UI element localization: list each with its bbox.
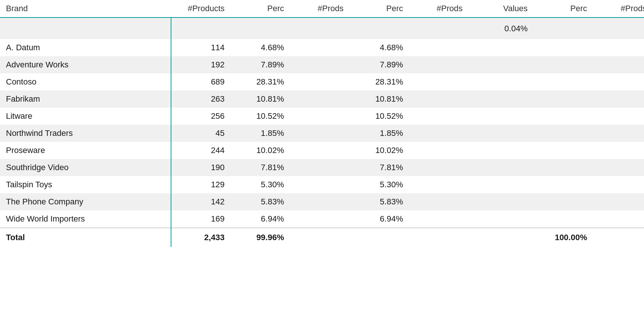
brand-cell-perc1: 6.94% bbox=[231, 210, 290, 228]
brand-cell-prods2 bbox=[290, 159, 350, 176]
blank-prods3 bbox=[409, 17, 468, 39]
brand-cell-prods4 bbox=[593, 193, 644, 210]
brand-cell-products: 45 bbox=[171, 125, 231, 142]
brand-cell-brand: Fabrikam bbox=[0, 90, 171, 108]
blank-products bbox=[171, 17, 231, 39]
brand-cell-prods2 bbox=[290, 142, 350, 159]
table-row: Southridge Video1907.81%7.81%7.81% bbox=[0, 159, 644, 176]
brand-cell-prods3 bbox=[409, 142, 468, 159]
col-prods3: #Prods bbox=[409, 0, 468, 17]
brand-cell-perc3 bbox=[534, 108, 593, 125]
table-row: Fabrikam26310.81%10.81%10.81% bbox=[0, 90, 644, 108]
brand-cell-perc2: 7.89% bbox=[350, 56, 409, 73]
table-row: Litware25610.52%10.52%10.52% bbox=[0, 108, 644, 125]
brand-cell-brand: Wide World Importers bbox=[0, 210, 171, 228]
total-perc3: 100.00% bbox=[534, 228, 593, 247]
brand-cell-perc3 bbox=[534, 142, 593, 159]
blank-values-perc: 0.04% bbox=[468, 17, 534, 39]
brand-cell-products: 190 bbox=[171, 159, 231, 176]
brand-cell-values bbox=[468, 159, 534, 176]
blank-prods2 bbox=[290, 17, 350, 39]
brand-cell-prods2 bbox=[290, 176, 350, 193]
brand-cell-perc2: 6.94% bbox=[350, 210, 409, 228]
brand-cell-values bbox=[468, 142, 534, 159]
brand-cell-prods2 bbox=[290, 90, 350, 108]
total-label: Total bbox=[0, 228, 171, 247]
data-table: Brand #Products Perc #Prods Perc #Prods … bbox=[0, 0, 644, 247]
brand-cell-prods3 bbox=[409, 108, 468, 125]
col-perc3: Perc bbox=[534, 0, 593, 17]
brand-cell-values bbox=[468, 56, 534, 73]
brand-cell-values bbox=[468, 108, 534, 125]
table-row: Contoso68928.31%28.31%28.32% bbox=[0, 73, 644, 90]
brand-cell-perc3 bbox=[534, 159, 593, 176]
col-values: Values bbox=[468, 0, 534, 17]
brand-cell-prods2 bbox=[290, 39, 350, 56]
brand-cell-perc1: 10.52% bbox=[231, 108, 290, 125]
brand-cell-perc1: 7.89% bbox=[231, 56, 290, 73]
blank-perc3 bbox=[534, 17, 593, 39]
col-perc1: Perc bbox=[231, 0, 290, 17]
table-row: Proseware24410.02%10.02%10.03% bbox=[0, 142, 644, 159]
table-row: The Phone Company1425.83%5.83%5.84% bbox=[0, 193, 644, 210]
brand-cell-prods3 bbox=[409, 73, 468, 90]
brand-cell-prods3 bbox=[409, 210, 468, 228]
brand-cell-values bbox=[468, 73, 534, 90]
brand-cell-brand: Northwind Traders bbox=[0, 125, 171, 142]
total-products: 2,433 bbox=[171, 228, 231, 247]
blank-row: 0.04% bbox=[0, 17, 644, 39]
table-row: A. Datum1144.68%4.68%4.69% bbox=[0, 39, 644, 56]
brand-cell-perc3 bbox=[534, 73, 593, 90]
brand-cell-products: 129 bbox=[171, 176, 231, 193]
brand-cell-products: 142 bbox=[171, 193, 231, 210]
brand-cell-prods2 bbox=[290, 73, 350, 90]
brand-cell-values bbox=[468, 176, 534, 193]
brand-cell-prods3 bbox=[409, 176, 468, 193]
brand-cell-prods3 bbox=[409, 39, 468, 56]
brand-cell-perc1: 4.68% bbox=[231, 39, 290, 56]
blank-prods4 bbox=[593, 17, 644, 39]
col-prods4: #Prods bbox=[593, 0, 644, 17]
col-perc2: Perc bbox=[350, 0, 409, 17]
brand-cell-perc2: 10.81% bbox=[350, 90, 409, 108]
total-prods2 bbox=[290, 228, 350, 247]
brand-cell-perc1: 1.85% bbox=[231, 125, 290, 142]
brand-cell-perc3 bbox=[534, 176, 593, 193]
blank-brand bbox=[0, 17, 171, 39]
col-products: #Products bbox=[171, 0, 231, 17]
brand-cell-prods4 bbox=[593, 108, 644, 125]
total-prods4 bbox=[593, 228, 644, 247]
brand-cell-brand: Adventure Works bbox=[0, 56, 171, 73]
brand-cell-brand: Tailspin Toys bbox=[0, 176, 171, 193]
brand-cell-perc1: 28.31% bbox=[231, 73, 290, 90]
brand-cell-prods4 bbox=[593, 39, 644, 56]
brand-cell-prods4 bbox=[593, 142, 644, 159]
brand-cell-perc2: 5.83% bbox=[350, 193, 409, 210]
brand-cell-prods4 bbox=[593, 159, 644, 176]
brand-cell-prods2 bbox=[290, 108, 350, 125]
brand-cell-prods3 bbox=[409, 125, 468, 142]
brand-cell-perc3 bbox=[534, 125, 593, 142]
blank-perc2 bbox=[350, 17, 409, 39]
brand-cell-perc1: 7.81% bbox=[231, 159, 290, 176]
brand-cell-prods2 bbox=[290, 210, 350, 228]
brand-cell-products: 244 bbox=[171, 142, 231, 159]
brand-cell-perc1: 5.30% bbox=[231, 176, 290, 193]
total-values bbox=[468, 228, 534, 247]
brand-cell-perc1: 5.83% bbox=[231, 193, 290, 210]
brand-cell-brand: Southridge Video bbox=[0, 159, 171, 176]
brand-cell-values bbox=[468, 193, 534, 210]
brand-cell-products: 169 bbox=[171, 210, 231, 228]
brand-cell-prods4 bbox=[593, 176, 644, 193]
brand-cell-products: 256 bbox=[171, 108, 231, 125]
brand-cell-prods4 bbox=[593, 73, 644, 90]
brand-cell-products: 263 bbox=[171, 90, 231, 108]
total-perc2 bbox=[350, 228, 409, 247]
col-brand: Brand bbox=[0, 0, 171, 17]
brand-cell-perc2: 10.02% bbox=[350, 142, 409, 159]
brand-cell-prods2 bbox=[290, 56, 350, 73]
table-container: Brand #Products Perc #Prods Perc #Prods … bbox=[0, 0, 644, 331]
brand-cell-products: 192 bbox=[171, 56, 231, 73]
brand-cell-perc1: 10.02% bbox=[231, 142, 290, 159]
brand-cell-brand: Litware bbox=[0, 108, 171, 125]
